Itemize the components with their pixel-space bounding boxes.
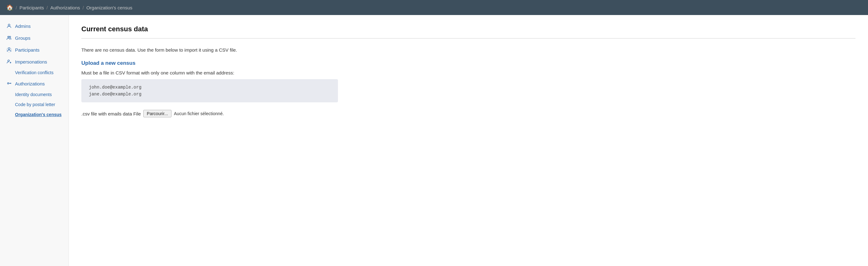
svg-point-1 [8, 36, 9, 38]
group-icon [6, 35, 12, 41]
sidebar-authorizations-label: Authorizations [15, 81, 45, 86]
svg-point-2 [9, 36, 11, 38]
verification-conflicts-label: Verification conflicts [15, 70, 54, 75]
participants-icon [6, 47, 12, 53]
sidebar-sub-item-identity-documents[interactable]: Identity documents [0, 89, 68, 99]
csv-example-line1: john.doe@example.org [89, 85, 331, 90]
csv-format-desc: Must be a file in CSV format with only o… [81, 70, 856, 76]
divider [81, 38, 856, 38]
svg-point-5 [8, 60, 9, 61]
sidebar-sub-item-organizations-census[interactable]: Organization's census [0, 110, 68, 120]
sidebar-impersonations-label: Impersonations [15, 59, 47, 64]
sidebar-item-impersonations[interactable]: Impersonations [0, 56, 68, 67]
file-browse-button[interactable]: Parcourir... [143, 110, 172, 117]
sidebar-groups-label: Groups [15, 35, 30, 41]
sidebar-admins-label: Admins [15, 24, 31, 29]
file-none-text: Aucun fichier sélectionné. [174, 111, 224, 116]
csv-example-box: john.doe@example.org jane.doe@example.or… [81, 79, 338, 102]
person-icon [6, 23, 12, 29]
topbar-sep-2: / [46, 5, 48, 10]
authorizations-icon [6, 81, 12, 86]
sidebar-item-admins[interactable]: Admins [0, 20, 68, 32]
topbar-link-census[interactable]: Organization's census [86, 5, 132, 10]
page-title: Current census data [81, 25, 856, 33]
svg-point-6 [7, 83, 9, 84]
file-input-row: .csv file with emails data File Parcouri… [81, 110, 856, 117]
sidebar-item-authorizations[interactable]: Authorizations [0, 78, 68, 89]
sidebar-item-participants[interactable]: Participants [0, 44, 68, 56]
csv-example-line2: jane.doe@example.org [89, 92, 331, 97]
topbar-link-authorizations[interactable]: Authorizations [51, 5, 80, 10]
organizations-census-label: Organization's census [15, 112, 62, 117]
topbar: 🏠 / Participants / Authorizations / Orga… [0, 0, 868, 15]
topbar-link-participants[interactable]: Participants [20, 5, 44, 10]
file-input-label: .csv file with emails data File [81, 111, 141, 116]
main-content: Current census data There are no census … [69, 15, 868, 266]
svg-point-0 [8, 24, 10, 26]
layout: Admins Groups Participants [0, 15, 868, 266]
sidebar: Admins Groups Participants [0, 15, 69, 266]
sidebar-participants-label: Participants [15, 47, 39, 53]
sidebar-item-groups[interactable]: Groups [0, 32, 68, 44]
code-by-postal-letter-label: Code by postal letter [15, 102, 55, 107]
identity-documents-label: Identity documents [15, 92, 52, 97]
sidebar-sub-item-code-by-postal-letter[interactable]: Code by postal letter [0, 99, 68, 110]
no-data-text: There are no census data. Use the form b… [81, 47, 856, 53]
topbar-sep-3: / [83, 5, 84, 10]
sidebar-sub-item-verification-conflicts[interactable]: Verification conflicts [0, 67, 68, 78]
impersonations-icon [6, 59, 12, 64]
svg-point-3 [8, 48, 10, 50]
topbar-sep-1: / [16, 5, 17, 10]
upload-title: Upload a new census [81, 60, 856, 66]
home-icon[interactable]: 🏠 [6, 4, 13, 11]
